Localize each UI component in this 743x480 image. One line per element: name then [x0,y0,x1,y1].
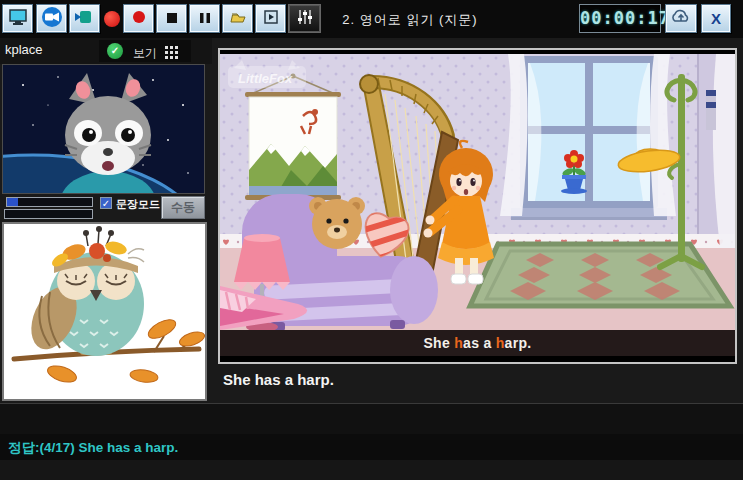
pause-icon [199,10,211,28]
subtitle-part: as a [463,335,496,351]
sentence-mode-label: 문장모드 [116,197,160,212]
answer-text: 정답:(4/17) She has a harp. [8,439,178,457]
verified-check-badge[interactable]: ✓ [107,43,123,59]
app-window: 2. 영어로 읽기 (지문) 00:00:17 X kplace ✓ 보기 [0,0,743,480]
grid-menu-icon[interactable] [165,45,178,63]
play-window-button[interactable] [255,4,286,33]
screen-share-button[interactable] [2,4,33,33]
monitor-icon [8,8,28,30]
session-timer: 00:00:17 [579,4,661,33]
cartoon-scene: LittleFox [220,54,735,330]
avatar-illustration [3,65,204,193]
webcam-button[interactable] [36,4,67,33]
reading-progress-bar [6,197,93,207]
owl-illustration [4,224,205,399]
stop-button[interactable] [156,4,187,33]
status-bar: 정답:(4/17) She has a harp. [0,434,743,480]
pause-button[interactable] [189,4,220,33]
record-button[interactable] [123,4,154,33]
svg-text:LittleFox: LittleFox [238,71,293,86]
top-toolbar: 2. 영어로 읽기 (지문) 00:00:17 X [0,0,743,38]
subtitle-part-highlight: h [454,335,463,351]
stop-icon [166,10,178,28]
sentence-mode-checkbox[interactable]: ✓ [100,197,112,209]
webcam-icon [41,6,63,32]
page-title: 2. 영어로 읽기 (지문) [300,11,520,29]
folder-open-icon [229,10,247,28]
upload-cloud-icon [669,8,693,30]
manual-button[interactable]: 수동 [161,196,205,219]
subtitle-part: She [423,335,454,351]
camcorder-button[interactable] [69,4,100,33]
playback-control-bar: 부영챔영어_Phonics-05-H words-What Does Helen… [0,403,743,434]
recording-indicator-dot [104,11,120,27]
subtitle-part: arp. [505,335,532,351]
sentence-caption: She has a harp. [223,371,334,388]
record-icon [132,10,146,28]
secondary-progress-bar [4,209,93,219]
close-button[interactable]: X [701,4,731,33]
video-subtitle: She has a harp. [220,330,735,356]
webcam-preview [2,64,205,194]
view-button[interactable]: 보기 [133,45,157,62]
camcorder-icon [74,8,96,30]
owl-image-panel [2,222,207,401]
open-folder-button[interactable] [222,4,253,33]
status-bar-lower-strip [0,460,743,480]
subtitle-part-highlight: h [496,335,505,351]
play-window-icon [264,10,278,28]
site-label: kplace [5,42,43,57]
upload-button[interactable] [665,4,697,33]
video-player[interactable]: LittleFox She has a harp. [218,48,737,364]
